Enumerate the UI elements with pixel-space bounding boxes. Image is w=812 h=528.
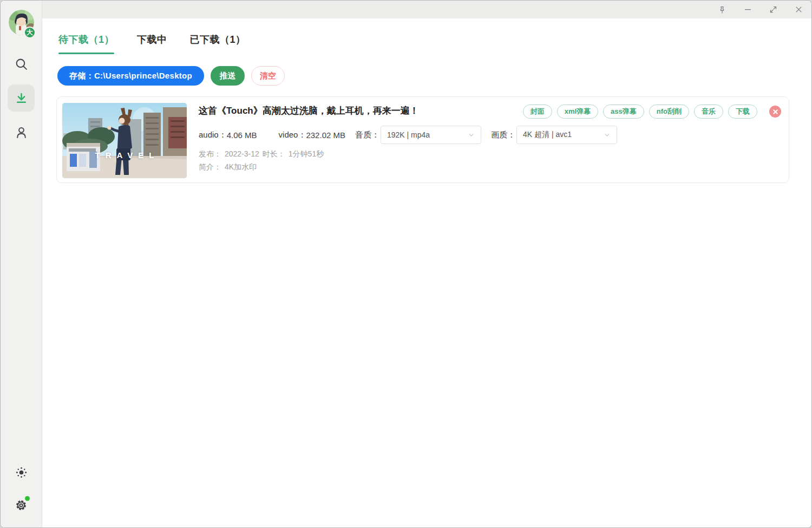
window-controls [717,4,804,15]
tab-pending-label: 待下载（1） [58,34,114,45]
sidebar-item-search[interactable] [8,50,35,77]
sidebar-item-theme[interactable] [8,459,35,486]
audio-quality-label: 音质： [355,130,379,140]
tag-row: 封面 xml弹幕 ass弹幕 nfo刮削 音乐 下载 [523,105,781,119]
thumbnail-art [62,103,187,178]
audio-size: 4.06 MB [227,131,257,140]
pin-icon[interactable] [717,4,728,15]
tab-pending[interactable]: 待下载（1） [58,33,114,47]
chevron-down-icon [604,132,611,139]
chevron-down-icon [468,132,475,139]
main-content: 待下载（1） 下载中 已下载（1） 存储：C:\Users\prince\Des… [42,18,811,527]
video-thumbnail[interactable]: TRAVEL [62,103,187,178]
tag-music[interactable]: 音乐 [694,105,723,119]
close-x-icon [772,109,778,115]
clear-button[interactable]: 清空 [251,66,285,86]
brightness-icon [15,466,28,479]
audio-quality-value: 192K | mp4a [387,131,430,139]
intro-label: 简介： [199,162,221,172]
tab-downloaded-label: 已下载（1） [190,34,246,45]
audio-quality-select[interactable]: 192K | mp4a [381,126,481,144]
tab-downloaded[interactable]: 已下载（1） [190,33,246,47]
sidebar: 大 [1,1,42,527]
minimize-icon[interactable] [742,4,753,15]
publish-label: 发布： [199,149,221,159]
window-titlebar[interactable] [42,1,811,18]
thumbnail-overlay-text: TRAVEL [62,151,187,160]
tag-nfo-scrape[interactable]: nfo刮削 [649,105,689,119]
maximize-icon[interactable] [768,4,778,15]
sidebar-item-settings[interactable] [8,492,35,519]
tag-cover[interactable]: 封面 [523,105,552,119]
publish-row: 发布： 2022-3-12 时长： 1分钟51秒 [199,149,324,159]
tab-downloading-label: 下载中 [137,34,167,45]
sidebar-footer [8,459,35,519]
tag-ass-danmaku[interactable]: ass弹幕 [603,105,644,119]
video-quality-label: 画质： [491,130,515,140]
sidebar-nav [8,50,35,146]
sidebar-item-user[interactable] [8,119,35,146]
tag-xml-danmaku[interactable]: xml弹幕 [557,105,598,119]
app-window: 大 [0,0,812,528]
duration-value: 1分钟51秒 [289,149,324,159]
tag-download[interactable]: 下载 [728,105,757,119]
intro-value: 4K加水印 [225,162,257,172]
download-item-card: TRAVEL 这首《Touch》高潮太过洗脑，戴上耳机，再来一遍！ 封面 xml… [56,96,789,183]
push-button[interactable]: 推送 [211,66,245,86]
tab-bar: 待下载（1） 下载中 已下载（1） [58,33,246,47]
meta-row: audio： 4.06 MB video： 232.02 MB 音质： 192K… [199,126,617,144]
audio-label: audio： [199,130,227,140]
intro-row: 简介： 4K加水印 [199,162,257,172]
gear-icon [15,499,28,512]
avatar[interactable]: 大 [9,10,34,35]
video-title: 这首《Touch》高潮太过洗脑，戴上耳机，再来一遍！ [199,105,419,117]
close-icon[interactable] [793,4,804,15]
remove-item-button[interactable] [769,106,781,118]
publish-date: 2022-3-12 [225,149,259,159]
sidebar-item-downloads[interactable] [8,84,35,112]
video-quality-value: 4K 超清 | avc1 [523,130,572,140]
tab-downloading[interactable]: 下载中 [137,33,167,47]
user-icon [15,126,28,139]
search-icon [15,57,28,71]
download-icon [15,92,28,105]
avatar-badge: 大 [24,27,36,38]
video-quality-select[interactable]: 4K 超清 | avc1 [516,126,617,144]
video-size: 232.02 MB [306,131,345,140]
toolbar: 存储：C:\Users\prince\Desktop 推送 清空 [57,66,285,86]
settings-notification-dot [25,496,30,501]
video-label: video： [279,130,306,140]
storage-path-button[interactable]: 存储：C:\Users\prince\Desktop [57,66,204,86]
duration-label: 时长： [263,149,285,159]
